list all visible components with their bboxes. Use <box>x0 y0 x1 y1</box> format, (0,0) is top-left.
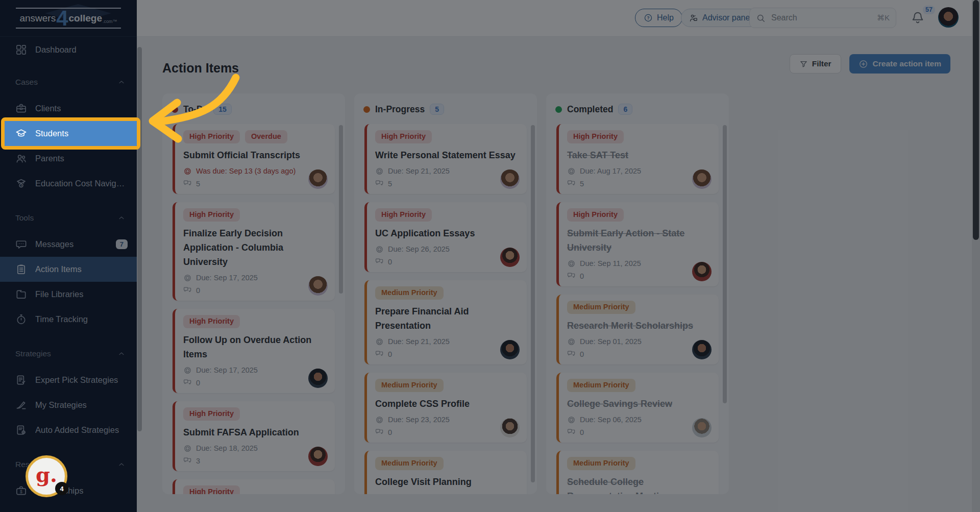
page-scrollbar[interactable] <box>972 0 980 512</box>
action-item-card[interactable]: Medium PriorityCollege Visit PlanningDue… <box>364 451 527 494</box>
action-item-card[interactable]: High PrioritySubmit FAFSA ApplicationDue… <box>173 401 335 471</box>
briefcase-icon <box>15 103 27 114</box>
assignee-avatar <box>500 248 520 267</box>
sidebar-item-students[interactable]: Students <box>5 121 137 146</box>
comment-count: 0 <box>196 379 200 387</box>
assistant-chat-widget[interactable]: g. 4 <box>26 455 67 497</box>
search-input[interactable] <box>770 13 859 23</box>
clock-icon <box>15 313 27 325</box>
search-box[interactable]: ⌘K <box>749 8 896 28</box>
action-item-card[interactable]: High PrioritySubmit Early Action - State… <box>556 202 719 286</box>
main-content: Action Items Filter Create action item T… <box>137 37 980 512</box>
due-date-row: Due: Sep 23, 2025 <box>375 415 520 425</box>
action-item-card[interactable]: Medium PriorityPrepare Financial Aid Pre… <box>364 280 527 364</box>
clipboard-icon <box>15 263 27 275</box>
sidebar-item-time-tracking[interactable]: Time Tracking <box>0 307 137 332</box>
action-item-card[interactable]: High PriorityOverdueSubmit Official Tran… <box>173 124 335 194</box>
due-date-label: Due: Aug 17, 2025 <box>580 167 641 175</box>
sidebar-scrollbar-thumb[interactable] <box>137 47 142 431</box>
chev-icon <box>117 78 126 86</box>
column-scrollbar[interactable] <box>339 125 343 487</box>
priority-badges: High Priority <box>375 130 520 143</box>
action-item-card[interactable]: High PriorityWrite Personal Statement Es… <box>364 124 527 194</box>
column-scrollbar[interactable] <box>531 125 535 487</box>
due-date-label: Due: Sep 01, 2025 <box>580 337 642 346</box>
page-scrollbar-thumb[interactable] <box>973 0 979 240</box>
sidebar-item-action-items[interactable]: Action Items <box>0 257 137 282</box>
action-item-card[interactable]: High PriorityFinalize Early Decision App… <box>173 202 335 301</box>
app-window: answers 4 college .com™ DashboardCasesCl… <box>0 0 980 512</box>
due-date-label: Due: Sep 17, 2025 <box>196 366 258 374</box>
sidebar-item-expert-pick-strategies[interactable]: Expert Pick Strategies <box>0 368 137 393</box>
action-item-card[interactable]: Medium PriorityResearch Merit Scholarshi… <box>556 295 719 364</box>
priority-badges: High Priority <box>183 315 328 328</box>
notification-count-badge: 57 <box>923 6 935 14</box>
cap-dollar-icon: $ <box>15 178 27 189</box>
comments-row: 5 <box>567 179 712 189</box>
comments-row: 5 <box>375 179 520 189</box>
sidebar-item-scholarships[interactable]: $Scholarships <box>0 478 137 503</box>
svg-text:$: $ <box>20 489 22 494</box>
user-avatar[interactable] <box>938 7 959 28</box>
sidebar-item-my-strategies[interactable]: My Strategies <box>0 393 137 418</box>
column-header: Completed6 <box>552 102 723 117</box>
sidebar-item-dashboard[interactable]: Dashboard <box>0 39 137 60</box>
priority-badge: Medium Priority <box>567 301 635 314</box>
filter-button[interactable]: Filter <box>790 54 841 74</box>
sidebar-item-label: Education Cost Navigator™ <box>35 179 128 188</box>
comment-count: 0 <box>388 350 392 358</box>
comments-icon <box>375 179 384 188</box>
sidebar-item-file-libraries[interactable]: File Libraries <box>0 282 137 307</box>
sidebar-section-strategies[interactable]: Strategies <box>0 346 137 361</box>
sidebar-section-cases[interactable]: Cases <box>0 75 137 90</box>
comments-icon <box>567 350 576 358</box>
notifications-button[interactable]: 57 <box>911 10 926 26</box>
sidebar-item-auto-added-strategies[interactable]: Auto Added Strategies <box>0 418 137 443</box>
sidebar-item-messages[interactable]: Messages7 <box>0 232 137 257</box>
column-header: To-Do15 <box>168 102 339 117</box>
sidebar-item-label: Messages <box>35 239 74 249</box>
sidebar-item-clients[interactable]: Clients <box>0 96 137 121</box>
assignee-avatar <box>500 340 520 359</box>
action-item-card[interactable]: Medium PriorityCollege Savings ReviewDue… <box>556 373 719 443</box>
sidebar-section-tools[interactable]: Tools <box>0 210 137 226</box>
column-scrollbar-thumb[interactable] <box>339 125 343 294</box>
column-scrollbar[interactable] <box>723 125 727 487</box>
column-scrollbar-thumb[interactable] <box>531 125 535 482</box>
action-item-card[interactable]: High PriorityReview Jack Doe's Essay Dra… <box>173 479 335 494</box>
sidebar-item-icon-wrap <box>15 374 27 386</box>
due-date-row: Due: Sep 11, 2025 <box>567 258 712 269</box>
comments-row: 0 <box>375 427 520 437</box>
sidebar-item-education-cost-navigator[interactable]: $Education Cost Navigator™ <box>0 171 137 196</box>
priority-badge: High Priority <box>375 130 432 143</box>
priority-badge: High Priority <box>183 208 240 222</box>
sidebar-section-res[interactable]: Res <box>0 457 137 472</box>
card-title: Submit Early Action - State University <box>567 226 712 255</box>
priority-badge: Medium Priority <box>375 457 444 470</box>
column-scrollbar-thumb[interactable] <box>723 125 727 403</box>
action-item-card[interactable]: High PriorityFollow Up on Overdue Action… <box>173 309 335 393</box>
due-date-label: Due: Oct 01, 2025 <box>388 494 448 494</box>
advisor-panel-button[interactable]: Advisor panel <box>681 9 760 27</box>
sidebar-item-parents[interactable]: Parents <box>0 146 137 171</box>
filter-label: Filter <box>812 59 831 68</box>
action-item-card[interactable]: High PriorityUC Application EssaysDue: S… <box>364 202 527 272</box>
brand-logo[interactable]: answers 4 college .com™ <box>0 0 137 37</box>
priority-badges: Medium Priority <box>375 379 520 392</box>
brand-word-college: college <box>69 13 102 24</box>
sidebar-item-label: Parents <box>35 154 64 163</box>
help-button[interactable]: ? Help <box>635 9 682 27</box>
column-name: Completed <box>567 104 613 115</box>
action-item-card[interactable]: High PriorityTake SAT TestDue: Aug 17, 2… <box>556 124 719 194</box>
bell-icon <box>911 10 925 25</box>
sidebar-section-label: Tools <box>15 213 34 223</box>
create-action-item-button[interactable]: Create action item <box>849 54 950 74</box>
action-item-card[interactable]: Medium PrioritySchedule College Represen… <box>556 451 719 494</box>
card-title: Finalize Early Decision Application - Co… <box>183 226 328 269</box>
due-date-label: Due: Sep 17, 2025 <box>196 274 258 282</box>
sidebar-item-icon-wrap <box>15 103 27 114</box>
priority-badge: High Priority <box>183 407 240 421</box>
priority-badge: Medium Priority <box>567 457 635 470</box>
action-item-card[interactable]: Medium PriorityComplete CSS ProfileDue: … <box>364 373 527 443</box>
column-name: To-Do <box>183 104 208 115</box>
